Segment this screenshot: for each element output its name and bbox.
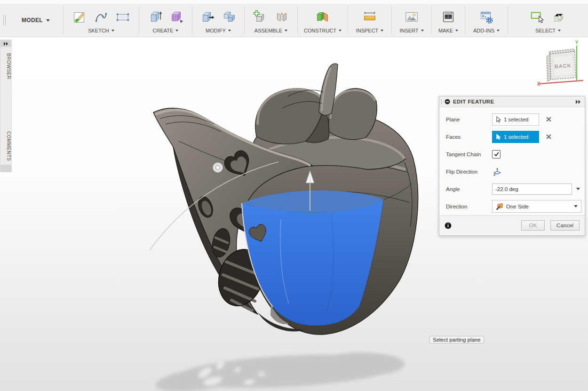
- scripts-addins-icon: [478, 9, 494, 25]
- 3d-printer-icon: [440, 9, 456, 25]
- dialog-drag-handle[interactable]: [441, 99, 442, 104]
- chevron-down-icon: [576, 188, 580, 190]
- new-component-icon: [252, 9, 268, 25]
- chevron-down-icon: [574, 205, 578, 207]
- measure-icon: [362, 9, 378, 25]
- tab-browser[interactable]: BROWSER: [0, 48, 11, 84]
- chevron-down-icon: [285, 30, 287, 32]
- tangent-chain-row: Tangent Chain: [439, 145, 585, 163]
- collapse-icon[interactable]: [445, 99, 450, 104]
- info-icon[interactable]: [445, 222, 452, 229]
- modify-menu[interactable]: MODIFY: [206, 28, 231, 36]
- double-chevron-right-icon: [4, 42, 8, 46]
- addins-menu[interactable]: ADD-INS: [473, 28, 500, 36]
- inspect-menu[interactable]: INSPECT: [356, 28, 384, 36]
- spline-icon: [93, 9, 109, 25]
- extrude-icon: [147, 9, 163, 25]
- x-axis-label: X: [537, 81, 540, 87]
- angle-label: Angle: [446, 186, 492, 192]
- model-canvas[interactable]: BROWSER COMMENTS BACK Y X EDIT FEATURE: [0, 37, 588, 391]
- press-pull-button[interactable]: [199, 8, 216, 25]
- cancel-button[interactable]: Cancel: [550, 220, 580, 231]
- workspace-label: MODEL: [22, 17, 43, 24]
- viewcube[interactable]: BACK Y X: [534, 40, 587, 87]
- plane-row: Plane 1 selected: [439, 111, 585, 128]
- browser-expand-button[interactable]: [0, 40, 11, 47]
- rectangle-icon: [115, 9, 131, 25]
- faces-selection-field[interactable]: 1 selected: [492, 131, 539, 143]
- window-select-button[interactable]: [529, 8, 546, 25]
- chevron-down-icon: [421, 30, 424, 32]
- window-top-strip: [0, 0, 588, 4]
- make-3d-print-button[interactable]: [440, 8, 457, 25]
- dialog-title: EDIT FEATURE: [453, 99, 494, 104]
- new-component-button[interactable]: [252, 8, 269, 25]
- tangent-chain-checkbox[interactable]: [492, 150, 501, 159]
- chevron-down-icon: [497, 30, 500, 32]
- chevron-down-icon: [46, 19, 50, 22]
- joint-button[interactable]: [273, 8, 290, 25]
- angle-row: Angle: [439, 180, 585, 198]
- spline-button[interactable]: [93, 8, 110, 25]
- chevron-down-icon: [455, 30, 458, 32]
- chevron-down-icon: [339, 30, 342, 32]
- toolbar-group-modify: MODIFY: [192, 4, 244, 37]
- toolbar-group-create: CREATE: [139, 4, 192, 37]
- toolbar-group-sketch: SKETCH: [64, 4, 139, 37]
- direction-dropdown[interactable]: One Side: [492, 200, 581, 213]
- joint-icon: [274, 9, 290, 25]
- flip-direction-label: Flip Direction: [446, 169, 492, 175]
- toolbar-drag-handle[interactable]: [0, 4, 8, 37]
- tangent-chain-label: Tangent Chain: [446, 152, 492, 157]
- direction-row: Direction One Side: [439, 198, 585, 215]
- construct-plane-button[interactable]: [314, 8, 331, 25]
- cursor-icon: [495, 116, 501, 123]
- assemble-menu[interactable]: ASSEMBLE: [254, 28, 287, 36]
- left-panel-strip: BROWSER COMMENTS: [0, 40, 12, 172]
- toolbar-group-select: SELECT: [508, 4, 588, 37]
- plane-selection-field[interactable]: 1 selected: [492, 113, 539, 126]
- window-select-icon: [529, 9, 545, 25]
- edit-feature-dialog: EDIT FEATURE Plane 1 selected Faces 1 s: [439, 96, 585, 236]
- create-sketch-button[interactable]: [71, 8, 88, 25]
- clear-plane-selection-button[interactable]: [545, 116, 552, 123]
- cursor-icon: [495, 134, 501, 140]
- rectangle-button[interactable]: [114, 8, 131, 25]
- combine-button[interactable]: [221, 8, 238, 25]
- y-axis-label: Y: [575, 40, 579, 45]
- select-menu[interactable]: SELECT: [535, 28, 561, 36]
- tab-comments[interactable]: COMMENTS: [0, 127, 11, 166]
- insert-menu[interactable]: INSERT: [399, 28, 423, 36]
- measure-button[interactable]: [361, 8, 378, 25]
- dialog-header[interactable]: EDIT FEATURE: [439, 96, 585, 107]
- angle-input[interactable]: [492, 184, 572, 195]
- chevron-down-icon: [111, 30, 114, 32]
- clear-faces-selection-button[interactable]: [545, 133, 552, 141]
- faces-label: Faces: [446, 134, 492, 140]
- angle-dropdown-button[interactable]: [574, 184, 582, 195]
- make-menu[interactable]: MAKE: [438, 28, 458, 36]
- sketch-menu[interactable]: SKETCH: [88, 28, 114, 36]
- create-sketch-icon: [72, 9, 87, 25]
- create-form-button[interactable]: [168, 8, 185, 25]
- extrude-button[interactable]: [146, 8, 163, 25]
- ok-button[interactable]: OK: [521, 220, 545, 231]
- toolbar-group-construct: CONSTRUCT: [298, 4, 348, 37]
- flip-direction-icon: [493, 168, 502, 176]
- image-icon: [404, 9, 420, 25]
- chevron-down-icon: [175, 30, 178, 32]
- x-axis-line: [540, 80, 583, 84]
- dialog-footer: OK Cancel: [439, 215, 585, 235]
- dock-right-icon[interactable]: [576, 100, 581, 104]
- toolbar-group-make: MAKE: [432, 4, 465, 37]
- cube-select-icon: [551, 9, 567, 25]
- create-menu[interactable]: CREATE: [153, 28, 179, 36]
- workspace-switcher[interactable]: MODEL: [8, 4, 63, 37]
- flip-direction-button[interactable]: [492, 167, 502, 176]
- insert-image-button[interactable]: [403, 8, 420, 25]
- viewcube-face-label: BACK: [554, 63, 572, 69]
- one-side-icon: [496, 203, 503, 210]
- scripts-addins-button[interactable]: [478, 8, 495, 25]
- cube-select-button[interactable]: [550, 8, 567, 25]
- construct-menu[interactable]: CONSTRUCT: [304, 28, 342, 36]
